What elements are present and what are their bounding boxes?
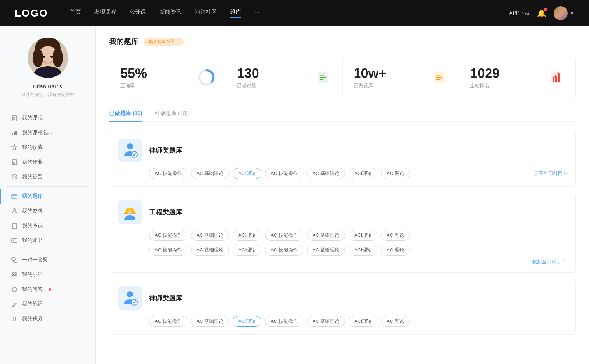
- sidebar-item-my-profile[interactable]: 我的资料: [0, 204, 95, 218]
- sidebar-item-one-on-one[interactable]: 一对一答疑: [0, 253, 95, 267]
- stat-rank-value: 1029: [470, 66, 542, 81]
- l2-tag-5[interactable]: ACI理论: [349, 316, 377, 327]
- eng-tag2-1[interactable]: ACI基础理论: [191, 245, 229, 256]
- chart-red-icon: [550, 71, 563, 84]
- svg-rect-47: [436, 79, 440, 80]
- my-questions-label: 我的答疑: [22, 174, 43, 180]
- my-exam-icon: [11, 222, 18, 229]
- sidebar-item-my-answers[interactable]: ? 我的问答: [0, 282, 95, 297]
- app-download-button[interactable]: APP下载: [509, 10, 530, 17]
- tag-4[interactable]: ACI基础理论: [307, 168, 345, 179]
- bank-name-engineer-1: 工程类题库: [149, 208, 182, 217]
- page-title-row: 我的题库 体验剩余23天！: [109, 37, 576, 47]
- l2-tag-1[interactable]: ACI基础理论: [191, 316, 229, 327]
- tag-6[interactable]: ACI理论: [381, 168, 410, 179]
- l2-tag-2[interactable]: ACI理论: [233, 316, 261, 327]
- sidebar-item-my-favorites[interactable]: 我的收藏: [0, 140, 95, 155]
- eng-tag-2[interactable]: ACI理论: [233, 230, 261, 241]
- tag-0[interactable]: ACI技能操作: [149, 168, 187, 179]
- nav-right: APP下载 🔔 ▼: [509, 6, 574, 20]
- my-packages-label: 我的课程包...: [22, 129, 52, 136]
- my-group-label: 我的小组: [22, 271, 43, 278]
- l2-tag-4[interactable]: ACI基础理论: [307, 316, 345, 327]
- one-on-one-label: 一对一答疑: [22, 257, 48, 263]
- stat-done-b-info: 10w+ 已做题库: [354, 66, 425, 89]
- sidebar-item-my-group[interactable]: 我的小组: [0, 267, 95, 282]
- eng-tag2-2[interactable]: ACI理论: [233, 245, 261, 256]
- nav-qa[interactable]: 问答社区: [195, 8, 217, 18]
- notification-bell[interactable]: 🔔: [537, 9, 546, 18]
- my-favorites-icon: [11, 144, 18, 151]
- svg-point-57: [127, 291, 133, 297]
- sidebar: Brian Harris 错误的决定比没有决定要好 我的课程 我的课程包...: [0, 26, 96, 364]
- eng-tag2-0[interactable]: ACI技能操作: [149, 245, 187, 256]
- lawyer-icon-wrap: [118, 139, 142, 162]
- eng-tag-3[interactable]: ACI技能操作: [265, 230, 303, 241]
- sidebar-item-my-cert[interactable]: 我的证书: [0, 233, 95, 248]
- sidebar-item-my-notes[interactable]: 我的笔记: [0, 297, 95, 311]
- l2-tag-0[interactable]: ACI技能操作: [149, 316, 187, 327]
- eng-tag2-6[interactable]: ACI理论: [381, 245, 410, 256]
- svg-marker-15: [12, 145, 17, 150]
- nav-open-course[interactable]: 公开课: [130, 8, 146, 18]
- nav-links: 首页 发现课程 公开课 新闻资讯 问答社区 题库 ···: [70, 8, 509, 18]
- sidebar-item-my-questions[interactable]: ? 我的答疑: [0, 169, 95, 184]
- eng-tag-5[interactable]: ACI理论: [349, 230, 377, 241]
- profile-name: Brian Harris: [33, 83, 62, 89]
- l2-tag-6[interactable]: ACI理论: [381, 316, 410, 327]
- svg-rect-50: [555, 76, 557, 82]
- my-profile-label: 我的资料: [22, 208, 43, 214]
- eng-tag2-5[interactable]: ACI理论: [349, 245, 377, 256]
- tabs-row: 已做题库 (10) 可做题库 (10): [109, 110, 576, 122]
- nav-more[interactable]: ···: [254, 8, 259, 18]
- tag-3[interactable]: ACI技能操作: [265, 168, 303, 179]
- eng-tag-4[interactable]: ACI基础理论: [307, 230, 345, 241]
- svg-rect-41: [320, 75, 325, 76]
- eng-tag-1[interactable]: ACI基础理论: [191, 230, 229, 241]
- collapse-link-engineer-1[interactable]: 收起全部科目 ∧: [118, 258, 567, 265]
- expand-link-lawyer-1[interactable]: 展开全部科目 >: [534, 170, 567, 177]
- my-answers-label: 我的问答: [22, 286, 43, 293]
- eng-tag2-3[interactable]: ACI技能操作: [265, 245, 303, 256]
- sidebar-item-my-packages[interactable]: 我的课程包...: [0, 125, 95, 140]
- eng-tag-6[interactable]: ACI理论: [381, 230, 410, 241]
- engineer-icon-wrap: [118, 200, 142, 224]
- stat-done-questions: 130 已做试题: [226, 57, 343, 98]
- one-on-one-icon: [11, 257, 18, 263]
- nav-discover[interactable]: 发现课程: [94, 8, 116, 18]
- sidebar-item-my-courses[interactable]: 我的课程: [0, 111, 95, 125]
- nav-bank[interactable]: 题库: [230, 8, 241, 18]
- my-answers-icon: ?: [11, 286, 18, 293]
- sidebar-item-my-exam[interactable]: 我的考试: [0, 218, 95, 233]
- stat-accuracy-label: 正确率: [120, 82, 192, 89]
- my-homework-label: 我的作业: [22, 159, 43, 165]
- bank-name-lawyer-1: 律师类题库: [149, 146, 182, 155]
- l2-tag-3[interactable]: ACI技能操作: [265, 316, 303, 327]
- tag-5[interactable]: ACI理论: [349, 168, 377, 179]
- svg-text:?: ?: [14, 175, 16, 179]
- sidebar-item-my-bank[interactable]: 我的题库: [0, 189, 95, 204]
- my-bank-icon: [11, 193, 18, 200]
- sidebar-item-my-homework[interactable]: 我的作业: [0, 155, 95, 169]
- navbar: LOGO 首页 发现课程 公开课 新闻资讯 问答社区 题库 ··· APP下载 …: [0, 0, 589, 26]
- main-content: 我的题库 体验剩余23天！ 55% 正确率: [96, 26, 589, 364]
- tag-1[interactable]: ACI基础理论: [191, 168, 229, 179]
- lawyer2-svg-icon: [121, 290, 138, 307]
- user-avatar-wrap[interactable]: ▼: [554, 6, 574, 20]
- tab-done[interactable]: 已做题库 (10): [109, 110, 142, 121]
- stat-done-b-value: 10w+: [354, 66, 425, 81]
- stat-site-rank: 1029 全站排名: [459, 57, 575, 98]
- svg-rect-49: [553, 78, 554, 82]
- svg-point-34: [15, 273, 17, 275]
- svg-rect-14: [15, 131, 17, 135]
- nav-home[interactable]: 首页: [70, 8, 81, 18]
- eng-tag-0[interactable]: ACI技能操作: [149, 230, 187, 241]
- tab-todo[interactable]: 可做题库 (10): [154, 110, 188, 121]
- tag-2[interactable]: ACI理论: [233, 168, 261, 179]
- my-points-label: 我的积分: [22, 315, 43, 322]
- nav-avatar-img: [554, 6, 568, 20]
- sidebar-item-my-points[interactable]: 我的积分: [0, 311, 95, 326]
- svg-rect-45: [436, 75, 441, 76]
- eng-tag2-4[interactable]: ACI基础理论: [307, 245, 345, 256]
- nav-news[interactable]: 新闻资讯: [159, 8, 181, 18]
